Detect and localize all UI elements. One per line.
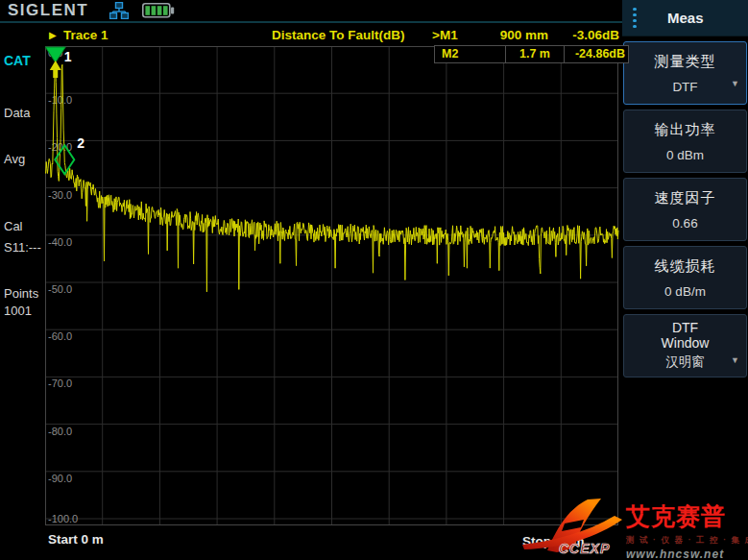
measurement-title: Distance To Fault(dB) [272, 28, 405, 42]
svg-text:-90.0: -90.0 [48, 473, 72, 484]
svg-text:2: 2 [77, 135, 84, 151]
menu-item-dtf-window[interactable]: DTF Window 汉明窗 ▼ [623, 314, 747, 377]
menu-item-title: 测量类型 [624, 53, 746, 71]
s11-status: S11:--- [4, 240, 41, 255]
trace-header: ▶ Trace 1 Distance To Fault(dB) >M1 900 … [44, 27, 622, 45]
svg-text:1: 1 [64, 49, 72, 64]
svg-text:-30.0: -30.0 [48, 189, 72, 201]
data-label: Data [4, 106, 30, 120]
menu-item-value: 汉明窗 [624, 353, 746, 371]
menu-item-cable-loss[interactable]: 线缆损耗 0 dB/m [623, 246, 747, 309]
menu-item-meas-type[interactable]: 测量类型 DTF ▼ [623, 41, 747, 105]
trace-indicator-icon: ▶ [49, 30, 57, 40]
chevron-down-icon[interactable]: ▼ [731, 355, 739, 365]
menu-title: Meas [637, 10, 736, 26]
svg-text:-80.0: -80.0 [48, 426, 72, 437]
analyzer-screen: SIGLENT CAT Data Avg Cal S11:--- Points … [0, 0, 748, 560]
marker1-amplitude: -3.06dB [572, 28, 619, 42]
menu-item-title: 线缆损耗 [624, 257, 746, 276]
marker2-amplitude: -24.86dB [565, 46, 628, 62]
cal-label: Cal [4, 219, 23, 233]
dtf-chart: 0.0-10.0-20.0-30.0-40.0-50.0-60.0-70.0-8… [45, 46, 619, 526]
marker1-label: >M1 [432, 28, 458, 42]
menu-item-title: 速度因子 [624, 189, 746, 207]
left-status-sidebar: CAT Data Avg Cal S11:--- Points 1001 [0, 23, 44, 560]
menu-header: Meas [622, 0, 748, 37]
menu-item-value: DTF [624, 80, 746, 94]
svg-text:-100.0: -100.0 [48, 513, 78, 524]
chevron-down-icon[interactable]: ▼ [731, 79, 739, 88]
points-value: 1001 [4, 304, 32, 318]
menu-item-value: 0 dBm [624, 148, 746, 162]
menu-item-value: 0 dB/m [624, 284, 746, 299]
title-bar: SIGLENT [0, 0, 622, 23]
x-axis-start-label: Start 0 m [48, 532, 104, 547]
avg-label: Avg [4, 152, 25, 166]
svg-text:-60.0: -60.0 [48, 330, 72, 342]
svg-text:-40.0: -40.0 [48, 236, 72, 248]
menu-item-value: 0.66 [624, 216, 746, 231]
menu-item-output-power[interactable]: 输出功率 0 dBm [623, 110, 747, 173]
mode-label: CAT [4, 53, 31, 68]
menu-item-title-line1: DTF [624, 320, 746, 335]
marker2-label: M2 [435, 46, 506, 62]
svg-text:-70.0: -70.0 [48, 377, 72, 389]
battery-icon [142, 3, 175, 18]
trace-name[interactable]: Trace 1 [63, 28, 109, 42]
points-label: Points [4, 286, 38, 301]
svg-text:-50.0: -50.0 [48, 283, 72, 295]
x-axis-stop-label: Stop 50 m [522, 534, 585, 548]
menu-item-velocity-factor[interactable]: 速度因子 0.66 [623, 178, 747, 241]
svg-text:-10.0: -10.0 [48, 94, 72, 106]
menu-item-title-line2: Window [624, 335, 746, 351]
siglent-logo: SIGLENT [8, 1, 88, 20]
marker2-readout: M2 1.7 m -24.86dB [434, 45, 629, 63]
marker2-distance: 1.7 m [506, 46, 565, 62]
menu-item-title: 输出功率 [624, 121, 746, 139]
marker1-distance: 900 mm [486, 28, 563, 42]
lan-network-icon [109, 2, 129, 19]
trace-plot: 0.0-10.0-20.0-30.0-40.0-50.0-60.0-70.0-8… [45, 46, 619, 526]
meas-menu-panel: Meas 测量类型 DTF ▼ 输出功率 0 dBm 速度因子 0.66 线缆损… [622, 0, 748, 560]
